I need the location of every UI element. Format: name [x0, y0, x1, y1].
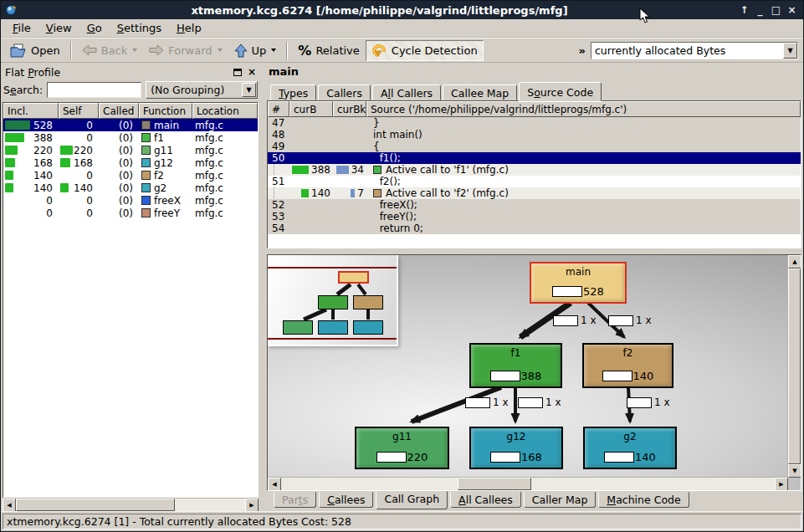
bottom-tab-bar: Parts Callees Call Graph All Callees Cal… — [267, 491, 801, 511]
search-input[interactable] — [47, 82, 141, 98]
horizontal-splitter[interactable] — [267, 248, 801, 254]
tab-all-callers[interactable]: All Callers — [372, 84, 441, 100]
source-line[interactable]: 52 freeX(); — [268, 199, 801, 211]
col-location[interactable]: Location — [192, 103, 258, 119]
function-color-icon — [141, 133, 151, 142]
source-line[interactable]: 54 return 0; — [268, 223, 801, 234]
table-row-g11[interactable]: 220 220 (0) g11 mfg.c — [3, 144, 258, 156]
scroll-thumb[interactable] — [16, 499, 175, 511]
vertical-splitter[interactable] — [259, 64, 267, 511]
table-row-freeY[interactable]: 0 0 (0) freeY mfg.c — [3, 207, 258, 219]
incl-bar — [5, 171, 13, 180]
dock-float-icon[interactable] — [233, 69, 242, 76]
flat-profile-hscrollbar[interactable]: ◀ ▶ — [3, 498, 259, 511]
graph-node-f1[interactable]: f1 388 — [469, 343, 562, 388]
self-bar — [60, 183, 69, 192]
tab-callers[interactable]: Callers — [318, 84, 371, 100]
graph-node-f2[interactable]: f2 140 — [582, 343, 673, 388]
scroll-thumb[interactable] — [788, 269, 801, 464]
source-call-line[interactable]: 140 7 Active call to 'f2' (mfg.c) — [268, 187, 801, 199]
col-incl[interactable]: Incl. — [3, 103, 59, 119]
shade-button[interactable]: ↑ — [736, 4, 752, 16]
col-line-number[interactable]: # — [268, 101, 289, 117]
forward-button[interactable]: Forward — [143, 40, 228, 61]
graph-node-g11[interactable]: g11 220 — [355, 427, 449, 469]
open-button[interactable]: Open — [4, 40, 66, 61]
dock-close-icon[interactable]: × — [248, 68, 256, 76]
scroll-left-icon[interactable]: ◀ — [3, 499, 16, 512]
source-line[interactable]: 48int main() — [268, 129, 801, 141]
col-curb[interactable]: curB — [289, 101, 333, 117]
tab-source-code[interactable]: Source Code — [519, 82, 602, 101]
tab-callee-map[interactable]: Callee Map — [443, 84, 517, 100]
col-self[interactable]: Self — [59, 103, 99, 119]
back-button[interactable]: Back — [76, 40, 144, 61]
grouping-combo[interactable]: (No Grouping) ▼ — [146, 81, 258, 99]
node-cost-bar — [490, 371, 520, 381]
table-row-f2[interactable]: 140 0 (0) f2 mfg.c — [3, 169, 258, 182]
scroll-right-icon[interactable]: ▶ — [245, 499, 259, 512]
back-dropdown-icon[interactable] — [132, 49, 137, 52]
graph-node-main[interactable]: main 528 — [530, 262, 627, 304]
scroll-left-icon[interactable]: ◀ — [268, 478, 281, 491]
up-dropdown-icon[interactable] — [271, 49, 276, 52]
scroll-down-icon[interactable]: ▼ — [788, 464, 801, 478]
table-row-main[interactable]: 528 0 (0) main mfg.c — [3, 119, 258, 131]
menu-file[interactable]: File — [6, 20, 38, 36]
maximize-button[interactable]: □ — [768, 4, 784, 16]
relative-button[interactable]: % Relative — [292, 40, 365, 61]
tab-machine-code[interactable]: Machine Code — [598, 492, 689, 508]
graph-overview-minimap[interactable] — [268, 255, 398, 346]
close-button[interactable]: × — [784, 4, 800, 16]
table-row-g12[interactable]: 168 168 (0) g12 mfg.c — [3, 156, 258, 169]
menu-go[interactable]: Go — [80, 20, 109, 36]
up-button[interactable]: Up — [228, 40, 283, 61]
table-row-freeX[interactable]: 0 0 (0) freeX mfg.c — [3, 194, 258, 207]
cycle-detection-button[interactable]: Cycle Detection — [366, 40, 484, 61]
forward-dropdown-icon[interactable] — [218, 49, 223, 52]
col-source[interactable]: Source ('/home/philippe/valgrind/littlep… — [366, 101, 801, 117]
menu-help[interactable]: Help — [170, 20, 208, 36]
scroll-thumb[interactable] — [458, 478, 530, 490]
col-function[interactable]: Function — [139, 103, 192, 119]
graph-node-g12[interactable]: g12 168 — [469, 427, 563, 469]
metric-combo[interactable]: currently allocated Bytes ▼ — [591, 42, 798, 59]
toolbar-overflow-icon[interactable]: » — [579, 44, 586, 57]
function-color-icon — [141, 208, 151, 217]
node-label: main — [566, 266, 591, 278]
tab-all-callees[interactable]: All Callees — [450, 492, 521, 508]
source-line[interactable]: 51 f2(); — [268, 176, 801, 187]
curbk-bar — [351, 189, 355, 197]
table-row-g2[interactable]: 140 140 (0) g2 mfg.c — [3, 182, 258, 194]
flat-profile-dock: Flat Profile × Search: (No Grouping) ▼ I… — [3, 64, 259, 511]
source-line-selected[interactable]: 50 f1(); — [268, 152, 801, 164]
graph-node-g2[interactable]: g2 140 — [583, 427, 677, 469]
tab-parts[interactable]: Parts — [274, 492, 316, 508]
scroll-right-icon[interactable]: ▶ — [775, 478, 788, 491]
table-row-f1[interactable]: 388 0 (0) f1 mfg.c — [3, 131, 258, 144]
source-line[interactable]: 53 freeY(); — [268, 211, 801, 223]
scroll-up-icon[interactable]: ▲ — [788, 255, 801, 269]
col-curbk[interactable]: curBk — [333, 101, 366, 117]
self-bar — [60, 158, 70, 167]
metric-combo-arrow-icon[interactable]: ▼ — [783, 43, 797, 59]
menu-settings[interactable]: Settings — [110, 20, 168, 36]
graph-hscrollbar[interactable]: ◀ ▶ — [268, 477, 788, 490]
col-called[interactable]: Called — [99, 103, 139, 119]
tab-types[interactable]: Types — [270, 84, 316, 100]
minimize-button[interactable]: _ — [752, 4, 768, 16]
tab-callees[interactable]: Callees — [319, 492, 373, 508]
incl-bar — [5, 120, 30, 130]
incl-bar — [5, 133, 24, 142]
edge-cost-bar — [627, 397, 652, 408]
source-line[interactable]: 49{ — [268, 141, 801, 152]
menu-view[interactable]: View — [39, 20, 79, 36]
tab-caller-map[interactable]: Caller Map — [524, 492, 597, 508]
graph-vscrollbar[interactable]: ▲ ▼ — [787, 255, 801, 478]
call-graph-pane[interactable]: main 528 f1 388 f2 140 g11 220 g12 168 — [267, 254, 801, 491]
source-call-line[interactable]: 388 34 Active call to 'f1' (mfg.c) — [268, 164, 801, 176]
tab-call-graph[interactable]: Call Graph — [376, 491, 448, 509]
source-line[interactable]: 47} — [268, 117, 801, 129]
edge-cost-bar — [518, 397, 543, 408]
grouping-combo-arrow-icon[interactable]: ▼ — [242, 83, 256, 97]
